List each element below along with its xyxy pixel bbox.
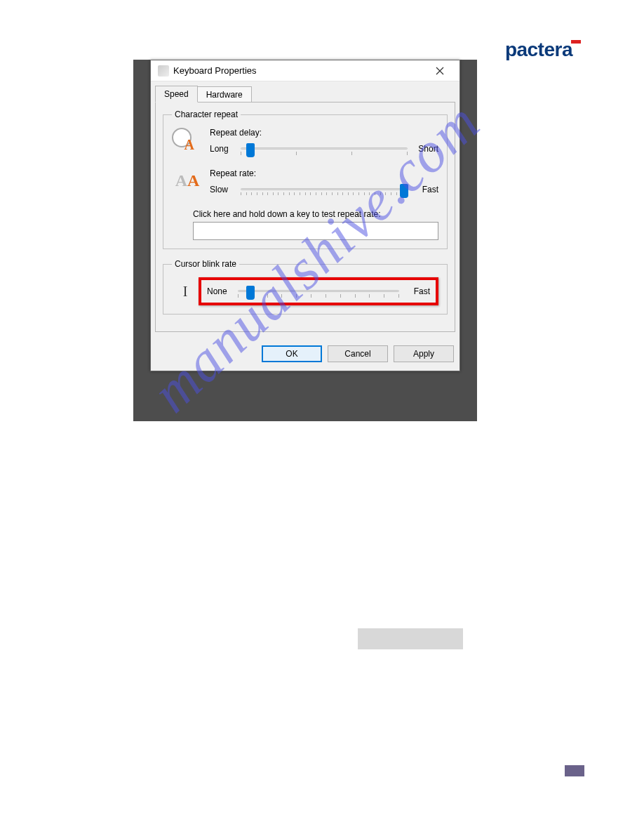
close-icon — [436, 67, 444, 75]
dialog-buttons: OK Cancel Apply — [151, 338, 459, 371]
repeat-delay-icon — [172, 128, 203, 152]
cursor-preview-icon: I — [172, 284, 199, 300]
titlebar[interactable]: Keyboard Properties — [151, 60, 459, 81]
character-repeat-legend: Character repeat — [172, 110, 241, 119]
repeat-rate-max: Fast — [413, 185, 438, 194]
blink-max: Fast — [405, 286, 430, 296]
repeat-rate-label: Repeat rate: — [210, 168, 438, 178]
page-tab-marker — [565, 765, 584, 776]
repeat-delay-max: Short — [413, 144, 438, 154]
dialog-title: Keyboard Properties — [173, 65, 426, 76]
repeat-delay-slider[interactable] — [241, 142, 408, 156]
repeat-rate-slider[interactable] — [241, 183, 408, 197]
highlight-box: None Fast — [199, 277, 438, 305]
repeat-rate-icon: AA — [172, 168, 203, 192]
cursor-blink-group: Cursor blink rate I None — [163, 259, 448, 315]
keyboard-icon — [158, 65, 169, 77]
cursor-blink-legend: Cursor blink rate — [172, 259, 239, 269]
tab-speed[interactable]: Speed — [155, 86, 198, 102]
character-repeat-group: Character repeat Repeat delay: Long — [163, 110, 448, 249]
cancel-button[interactable]: Cancel — [328, 345, 388, 362]
blink-min: None — [207, 286, 232, 296]
tab-panel-speed: Character repeat Repeat delay: Long — [155, 102, 455, 332]
flag-icon — [571, 40, 581, 47]
repeat-rate-min: Slow — [210, 185, 235, 194]
screenshot-frame: Keyboard Properties Speed Hardware Chara… — [133, 60, 477, 421]
close-button[interactable] — [426, 61, 454, 81]
repeat-delay-label: Repeat delay: — [210, 128, 438, 138]
cursor-blink-slider[interactable] — [238, 284, 399, 298]
brand-logo: pactera — [505, 39, 581, 61]
keyboard-properties-dialog: Keyboard Properties Speed Hardware Chara… — [150, 60, 460, 371]
redaction-block — [358, 628, 463, 649]
tab-hardware[interactable]: Hardware — [197, 86, 252, 103]
test-repeat-input[interactable] — [193, 222, 438, 240]
tab-strip: Speed Hardware — [151, 81, 459, 102]
test-repeat-label: Click here and hold down a key to test r… — [193, 209, 438, 219]
apply-button[interactable]: Apply — [394, 345, 454, 362]
ok-button[interactable]: OK — [262, 345, 322, 362]
repeat-delay-min: Long — [210, 144, 235, 154]
